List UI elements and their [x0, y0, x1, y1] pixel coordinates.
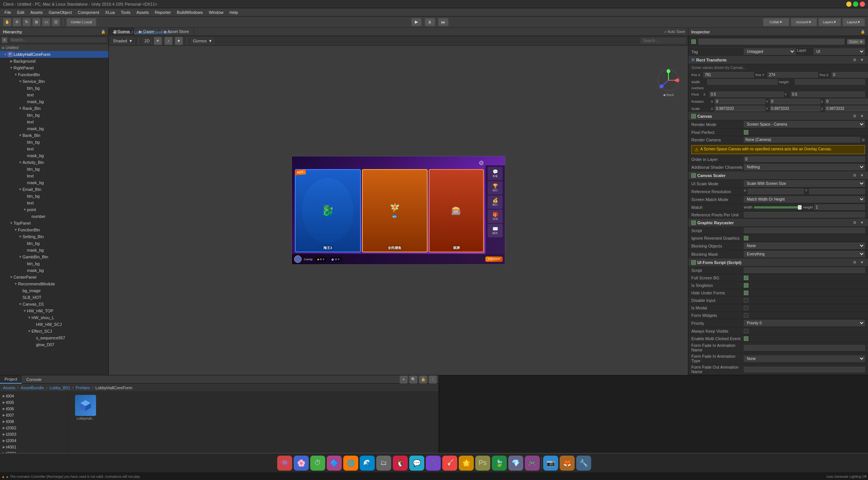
tree-text-1[interactable]: text — [0, 92, 108, 98]
scene-audio-toggle[interactable]: ♪ — [164, 37, 173, 45]
match-slider[interactable] — [754, 206, 802, 208]
pause-button[interactable]: ⏸ — [425, 18, 435, 26]
tree-mask-bg-3[interactable]: mask_bg — [0, 152, 108, 159]
settings-gear-icon[interactable]: ⚙ — [479, 159, 484, 166]
app-icon-6[interactable]: 💬 — [409, 456, 424, 471]
tree-rank-btn[interactable]: ▼Rank_Btn — [0, 105, 108, 112]
hierarchy-add-button[interactable]: + — [2, 37, 8, 43]
breadcrumb-prefabs[interactable]: Prefabs — [76, 386, 90, 390]
scene-viewport[interactable]: ⚙ HOT 🐉 海王3 — [109, 46, 688, 375]
scene-label[interactable]: ⊕ Untitled — [0, 44, 108, 51]
tree-t006[interactable]: ▶t006 — [0, 405, 67, 412]
render-camera-field[interactable] — [744, 137, 860, 142]
tree-btn-bg-6[interactable]: btn_bg — [0, 240, 108, 247]
auto-save-toggle[interactable]: ✓ Auto Save — [664, 30, 685, 34]
tree-bank-btn[interactable]: ▼Bank_Btn — [0, 132, 108, 139]
multi-click-check[interactable] — [744, 336, 748, 341]
menu-buildwindows[interactable]: BuildWindows — [174, 9, 206, 15]
minimize-button[interactable] — [846, 2, 851, 7]
height-field[interactable]: 750 — [795, 79, 865, 85]
fade-out-name-field[interactable] — [744, 367, 865, 372]
tree-text-3[interactable]: text — [0, 146, 108, 152]
is-modal-check[interactable] — [744, 306, 748, 310]
service-icon[interactable]: 💬 客服 — [488, 167, 503, 180]
tree-setting-btn[interactable]: ▼Setting_Btn — [0, 233, 108, 240]
static-dropdown[interactable]: Static ▼ — [847, 39, 865, 45]
app-icon-4[interactable]: 🔷 — [327, 456, 342, 471]
tree-centerpanel[interactable]: ▼CenterPanel — [0, 274, 108, 280]
tree-hw-hm-top[interactable]: ▼HW_HM_TOP — [0, 308, 108, 314]
fade-in-type-select[interactable]: None — [744, 356, 865, 362]
close-button[interactable] — [860, 2, 865, 7]
scale-x[interactable] — [715, 106, 765, 111]
tool-transform[interactable]: ⊡ — [52, 18, 60, 26]
scene-light-toggle[interactable]: ☀ — [154, 37, 162, 45]
app-icon-8[interactable]: 🎸 — [442, 456, 457, 471]
rot-y[interactable] — [770, 99, 820, 104]
screen-match-select[interactable]: Match Width Or Height — [744, 196, 865, 202]
add-gem-btn[interactable]: + — [338, 257, 340, 261]
shaded-dropdown[interactable]: Shaded▼ — [111, 38, 135, 44]
hide-under-check[interactable] — [744, 291, 748, 295]
activity-icon[interactable]: 🎁 活动 — [488, 210, 503, 223]
pivot-x-field[interactable] — [709, 92, 784, 97]
uiform-script-field[interactable]: ■ UIFormScript — [744, 267, 865, 273]
singleton-check[interactable] — [744, 283, 748, 288]
step-button[interactable]: ⏭ — [438, 18, 449, 26]
blocking-mask-select[interactable]: Everything — [744, 251, 865, 257]
tree-text-2[interactable]: text — [0, 118, 108, 125]
ui-form-script-header[interactable]: UI Form Script (Script) ⚙ ▼ — [688, 258, 868, 267]
tree-text-4[interactable]: text — [0, 172, 108, 179]
menu-file[interactable]: File — [2, 9, 14, 15]
tag-select[interactable]: Untagged — [744, 48, 796, 55]
app-icon-9[interactable]: 🌟 — [459, 456, 474, 471]
hierarchy-lock[interactable]: 🔒 — [101, 30, 105, 34]
scaler-more[interactable]: ▼ — [859, 172, 865, 178]
tab-console[interactable]: Console — [22, 375, 46, 384]
tab-project[interactable]: Project — [0, 375, 22, 384]
maximize-button[interactable] — [853, 2, 858, 7]
tree-mask-bg-4[interactable]: mask_bg — [0, 179, 108, 186]
width-field[interactable]: 1623.076 — [707, 79, 778, 85]
object-name-field[interactable]: LobbyHallCoreForm — [698, 38, 845, 45]
tree-service-btn[interactable]: ▼Service_Btn — [0, 78, 108, 85]
tree-recommendmodule[interactable]: ▼RecommendModule — [0, 280, 108, 287]
form-widgets-check[interactable] — [744, 313, 748, 318]
tool-rotate[interactable]: ↻ — [23, 18, 31, 26]
app-icon-unity[interactable]: 🎮 — [525, 456, 540, 471]
tree-canvas-d1[interactable]: ▼Canvas_D1 — [0, 301, 108, 308]
ref-res-x[interactable]: 1624 — [748, 189, 803, 194]
app-icon-13[interactable]: 🦊 — [560, 456, 575, 471]
canvas-header[interactable]: Canvas ⚙ ▼ — [688, 112, 868, 120]
rot-x[interactable] — [715, 99, 765, 104]
tree-mask-bg-7[interactable]: mask_bg — [0, 267, 108, 274]
tree-t2003[interactable]: ▶t2003 — [0, 431, 67, 437]
canvas-enabled[interactable] — [691, 114, 696, 118]
tool-hand[interactable]: ✋ — [3, 18, 11, 26]
app-icon-12[interactable]: 📷 — [543, 456, 558, 471]
render-camera-pick[interactable]: ◎ — [862, 138, 865, 142]
tree-functionbtn-2[interactable]: ▼FunctionBtn — [0, 226, 108, 233]
tree-btn-bg-7[interactable]: btn_bg — [0, 260, 108, 267]
match-value-field[interactable] — [814, 204, 865, 210]
tree-hw-shou-l[interactable]: ▼HW_shou_L — [0, 314, 108, 321]
layout-button[interactable]: Layout▼ — [842, 18, 865, 26]
tree-t3001[interactable]: ▶t3001 — [0, 450, 67, 453]
layer-select[interactable]: UI — [814, 48, 865, 55]
tree-gambbin-btn[interactable]: ▼GambBin_Btn — [0, 254, 108, 260]
graphic-raycaster-header[interactable]: Graphic Raycaster ⚙ ▼ — [688, 219, 868, 227]
tree-mask-bg-2[interactable]: mask_bg — [0, 125, 108, 132]
tree-t2004[interactable]: ▶t2004 — [0, 437, 67, 444]
tool-rect[interactable]: ▭ — [42, 18, 50, 26]
tree-t007[interactable]: ▶t007 — [0, 412, 67, 418]
game-card-qp[interactable]: 🎰 棋牌 — [429, 169, 484, 252]
app-icon-5[interactable]: 🐧 — [393, 456, 408, 471]
order-in-layer-field[interactable] — [744, 156, 865, 162]
rect-settings-btn[interactable]: ⚙ — [851, 57, 857, 63]
tree-hw-hm-scj[interactable]: HW_HM_SCJ — [0, 321, 108, 328]
scene-search[interactable] — [641, 38, 686, 44]
tool-scale[interactable]: ⊞ — [32, 18, 41, 26]
project-more-btn[interactable]: ⋮ — [429, 375, 437, 384]
2d-toggle[interactable]: 2D — [143, 38, 152, 44]
blocking-objects-select[interactable]: None — [744, 243, 865, 249]
